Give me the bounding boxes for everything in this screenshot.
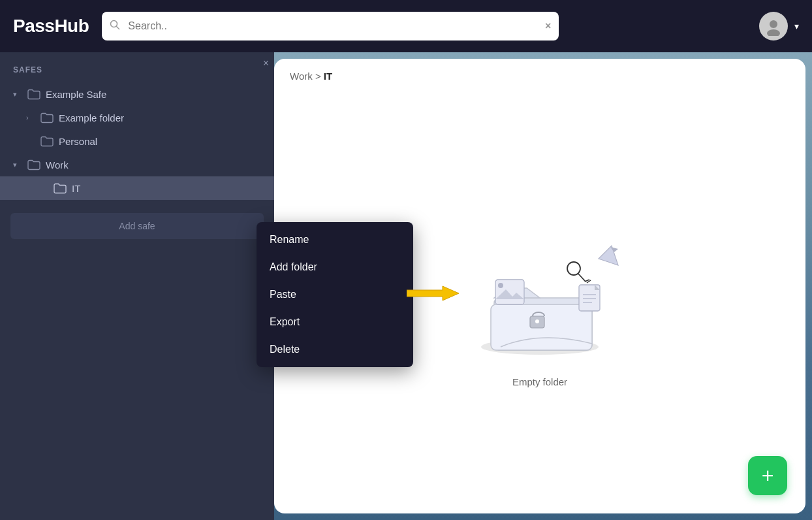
sidebar-item-work[interactable]: ▾ Work	[0, 153, 274, 176]
svg-point-10	[498, 283, 503, 288]
add-safe-button[interactable]: Add safe	[10, 213, 264, 239]
sidebar-close-button[interactable]: ×	[263, 57, 269, 69]
folder-icon	[40, 111, 54, 124]
chevron-right-icon: ›	[26, 114, 35, 122]
folder-icon	[27, 88, 40, 101]
sidebar-item-label: IT	[72, 183, 80, 194]
folder-icon	[27, 158, 40, 171]
chevron-down-icon: ▾	[13, 90, 22, 99]
svg-point-3	[767, 29, 780, 36]
search-container: ×	[102, 12, 559, 41]
context-menu-item-label: Paste	[270, 289, 296, 301]
svg-point-11	[567, 262, 580, 275]
sidebar-item-example-safe[interactable]: ▾ Example Safe	[0, 82, 274, 106]
safes-label: SAFES	[0, 65, 274, 82]
sidebar-item-example-folder[interactable]: › Example folder	[0, 106, 274, 129]
context-menu-item-label: Rename	[270, 234, 309, 246]
context-menu-item-label: Add folder	[270, 261, 317, 273]
app-logo: PassHub	[13, 16, 89, 37]
folder-icon	[40, 135, 54, 148]
context-menu-item-label: Delete	[270, 344, 300, 355]
search-clear-button[interactable]: ×	[545, 20, 551, 32]
context-menu-rename[interactable]: Rename	[257, 226, 413, 253]
sidebar-item-it[interactable]: IT	[0, 176, 274, 200]
sidebar-item-label: Work	[46, 159, 69, 171]
add-item-button[interactable]: +	[748, 456, 787, 495]
empty-folder-label: Empty folder	[512, 376, 567, 387]
search-icon	[110, 20, 120, 33]
avatar[interactable]	[759, 12, 788, 41]
context-menu-add-folder[interactable]: Add folder	[257, 253, 413, 281]
sidebar-item-label: Personal	[59, 136, 97, 147]
context-menu-paste[interactable]: Paste	[257, 281, 413, 308]
sidebar-item-personal[interactable]: Personal	[0, 129, 274, 153]
svg-line-12	[578, 274, 586, 282]
chevron-down-icon: ▾	[13, 161, 22, 169]
context-menu-item-label: Export	[270, 316, 300, 328]
svg-marker-19	[407, 286, 459, 301]
breadcrumb: Work > IT	[274, 59, 805, 93]
sidebar-item-label: Example Safe	[46, 89, 106, 100]
context-menu-export[interactable]: Export	[257, 308, 413, 336]
folder-icon	[54, 182, 67, 195]
topbar: PassHub × ▾	[0, 0, 812, 52]
context-menu-delete[interactable]: Delete	[257, 336, 413, 363]
svg-point-8	[535, 319, 539, 323]
svg-point-2	[770, 20, 777, 28]
breadcrumb-current: IT	[324, 71, 332, 82]
svg-line-1	[117, 27, 119, 29]
paste-arrow-indicator	[407, 284, 459, 306]
sidebar: × SAFES ▾ Example Safe › Example folder	[0, 52, 274, 520]
breadcrumb-path: Work	[290, 71, 313, 82]
context-menu: Rename Add folder Paste Export Delete	[257, 222, 413, 367]
search-input[interactable]	[102, 12, 559, 41]
sidebar-item-label: Example folder	[59, 112, 124, 123]
user-chevron-icon[interactable]: ▾	[794, 21, 799, 31]
empty-folder-illustration	[455, 219, 625, 363]
breadcrumb-separator: >	[315, 71, 324, 82]
